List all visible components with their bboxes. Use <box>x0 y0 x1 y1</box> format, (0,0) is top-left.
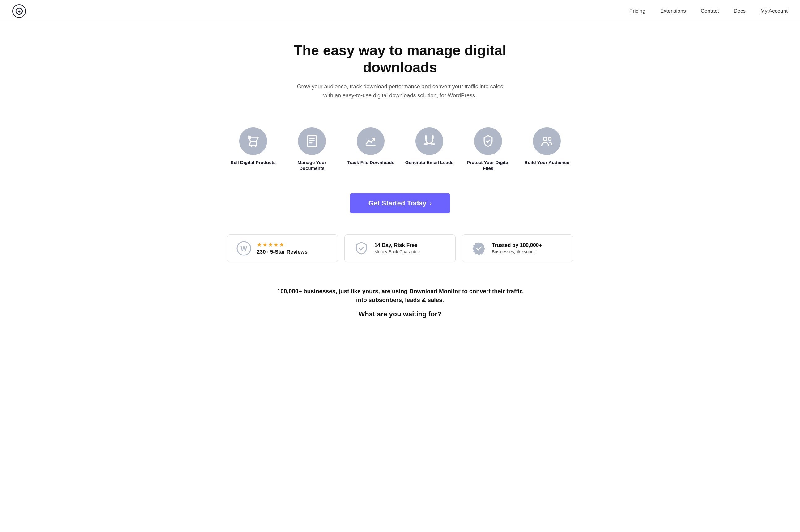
badge-check-icon <box>471 240 487 256</box>
feature-protect-files: Protect Your Digital Files <box>463 127 513 171</box>
shield-icon <box>474 127 502 155</box>
chart-icon <box>357 127 385 155</box>
nav-docs[interactable]: Docs <box>733 8 746 14</box>
audience-icon <box>533 127 561 155</box>
hero-subtitle: Grow your audience, track download perfo… <box>292 82 508 100</box>
svg-point-12 <box>543 137 547 140</box>
nav-contact[interactable]: Contact <box>701 8 719 14</box>
navbar: Pricing Extensions Contact Docs My Accou… <box>0 0 800 22</box>
trust-businesses-text: Trusted by 100,000+ Businesses, like you… <box>492 242 542 254</box>
stars-icon: ★★★★★ <box>257 241 308 248</box>
nav-links: Pricing Extensions Contact Docs My Accou… <box>629 8 788 14</box>
hero-title: The easy way to manage digital downloads <box>273 42 527 76</box>
bottom-question: What are you waiting for? <box>273 310 527 318</box>
shield-check-icon <box>353 240 369 256</box>
store-icon <box>239 127 267 155</box>
svg-rect-2 <box>248 136 251 139</box>
wordpress-logo-icon: W <box>236 240 252 256</box>
feature-label-track: Track File Downloads <box>347 159 394 166</box>
magnet-icon <box>415 127 443 155</box>
trust-reviews-text: ★★★★★ 230+ 5-Star Reviews <box>257 241 308 255</box>
trust-businesses: Trusted by 100,000+ Businesses, like you… <box>462 234 573 262</box>
trust-money-back: 14 Day, Risk Free Money Back Guarantee <box>345 234 455 262</box>
feature-manage-docs: Manage Your Documents <box>287 127 337 171</box>
trust-money-back-text: 14 Day, Risk Free Money Back Guarantee <box>374 242 420 254</box>
feature-build-audience: Build Your Audience <box>522 127 572 171</box>
feature-label-docs: Manage Your Documents <box>287 159 337 171</box>
feature-track-downloads: Track File Downloads <box>346 127 395 171</box>
svg-text:W: W <box>241 245 247 252</box>
trust-businesses-title: Trusted by 100,000+ <box>492 242 542 248</box>
features-grid: Sell Digital Products Manage Your Docume… <box>199 112 601 184</box>
nav-pricing[interactable]: Pricing <box>629 8 646 14</box>
svg-rect-3 <box>307 136 316 147</box>
trust-reviews-title: 230+ 5-Star Reviews <box>257 249 308 255</box>
logo-icon <box>12 4 26 18</box>
feature-email-leads: Generate Email Leads <box>405 127 454 171</box>
feature-label-protect: Protect Your Digital Files <box>463 159 513 171</box>
cta-arrow-icon: › <box>430 200 432 207</box>
trust-reviews: W ★★★★★ 230+ 5-Star Reviews <box>227 234 338 262</box>
document-icon <box>298 127 326 155</box>
logo[interactable] <box>12 4 26 18</box>
bottom-paragraph: 100,000+ businesses, just like yours, ar… <box>273 287 527 305</box>
cta-label: Get Started Today <box>369 199 427 207</box>
feature-label-sell: Sell Digital Products <box>230 159 276 166</box>
nav-my-account[interactable]: My Account <box>760 8 788 14</box>
svg-point-13 <box>548 137 551 140</box>
trust-businesses-subtitle: Businesses, like yours <box>492 249 542 254</box>
trust-money-back-subtitle: Money Back Guarantee <box>374 249 420 254</box>
bottom-section: 100,000+ businesses, just like yours, ar… <box>261 274 539 324</box>
trust-section: W ★★★★★ 230+ 5-Star Reviews 14 Day, Risk… <box>215 228 585 274</box>
feature-label-leads: Generate Email Leads <box>405 159 454 166</box>
nav-extensions[interactable]: Extensions <box>660 8 686 14</box>
cta-section: Get Started Today › <box>0 184 800 228</box>
get-started-button[interactable]: Get Started Today › <box>350 193 450 213</box>
feature-sell-digital: Sell Digital Products <box>228 127 278 171</box>
trust-money-back-title: 14 Day, Risk Free <box>374 242 420 248</box>
feature-label-audience: Build Your Audience <box>524 159 570 166</box>
hero-section: The easy way to manage digital downloads… <box>261 22 539 112</box>
